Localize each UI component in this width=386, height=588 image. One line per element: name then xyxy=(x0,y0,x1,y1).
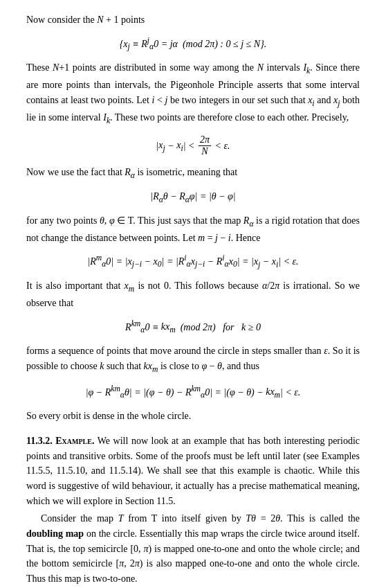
equation-4: |Rmα0| = |xj−i − x0| = |Riαxj−i − Riαx0|… xyxy=(26,252,360,271)
actually-has-text: actually has xyxy=(183,481,230,491)
equation-3: |Rαθ − Rαφ| = |θ − φ| xyxy=(26,189,360,206)
paragraph-2: These N+1 points are distributed in some… xyxy=(26,60,360,127)
paragraph-consider: Consider the map T from T into itself gi… xyxy=(26,511,360,586)
equation-1: {xj ≡ Rjα0 = jα (mod 2π) : 0 ≤ j ≤ N}. xyxy=(26,35,360,54)
paragraph-6: forms a sequence of points that move aro… xyxy=(26,344,360,376)
equation-5: Rkmα0 ≡ kxm (mod 2π) for k ≥ 0 xyxy=(26,318,360,337)
section-number: 11.3.2. xyxy=(26,436,53,446)
paragraph-5: It is also important that xm is not 0. T… xyxy=(26,278,360,311)
section-intro-text: We will now look at an example that has … xyxy=(26,436,360,506)
equation-6: |φ − Rkmαθ| = |(φ − θ) − Rkmα0| = |(φ − … xyxy=(26,383,360,402)
equation-2: |xj − xi| < 2πN < ε. xyxy=(26,134,360,159)
paragraph-3: Now we use the fact that Rα is isometric… xyxy=(26,165,360,182)
paragraph-1: Now consider the N + 1 points xyxy=(26,12,360,28)
paragraph-7: So every orbit is dense in the whole cir… xyxy=(26,409,360,424)
page-content: Now consider the N + 1 points {xj ≡ Rjα0… xyxy=(26,12,360,588)
section-example-label: Example. xyxy=(55,436,94,446)
section-header: 11.3.2. Example. We will now look at an … xyxy=(26,434,360,508)
paragraph-4: for any two points θ, φ ∈ T. This just s… xyxy=(26,213,360,246)
